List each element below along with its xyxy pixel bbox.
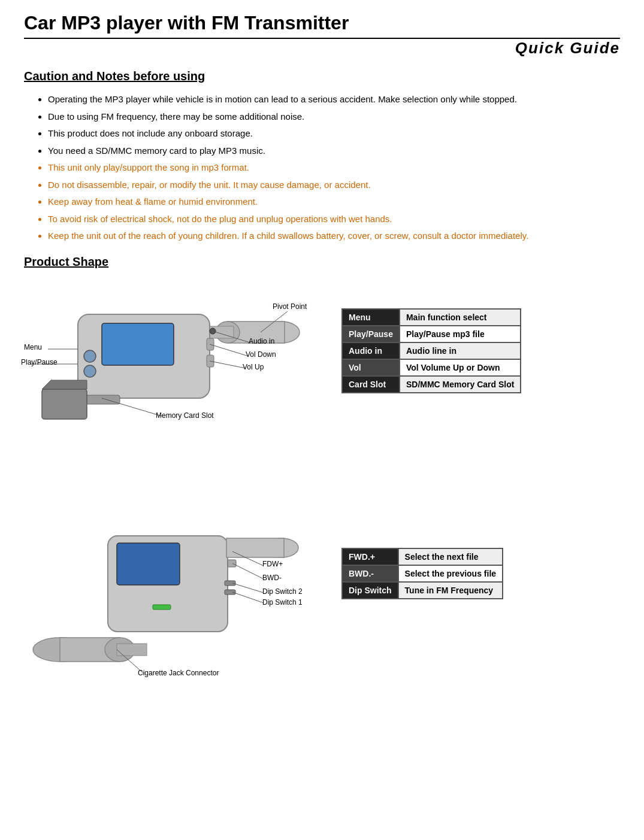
table-val: Main function select <box>400 309 521 326</box>
svg-line-37 <box>232 592 264 603</box>
svg-point-6 <box>84 350 96 362</box>
table-row: Card SlotSD/MMC Memory Card Slot <box>342 376 521 393</box>
table-key: Vol <box>342 359 400 376</box>
label-dip2: Dip Switch 2 <box>262 587 303 596</box>
caution-note: Operating the MP3 player while vehicle i… <box>48 93 620 107</box>
svg-rect-33 <box>226 538 284 557</box>
svg-line-19 <box>210 361 246 368</box>
label-fwd: FDW+ <box>262 560 283 568</box>
top-device-diagram: Menu Play/Pause Pivot Point Audio in Vol… <box>24 278 329 470</box>
table-val: Audio line in <box>400 342 521 359</box>
table-row: Play/PausePlay/Pause mp3 file <box>342 326 521 342</box>
table-key: FWD.+ <box>342 548 398 565</box>
label-voldown: Vol Down <box>246 350 276 359</box>
top-product-row: Menu Play/Pause Pivot Point Audio in Vol… <box>24 278 620 470</box>
svg-rect-31 <box>153 605 171 609</box>
label-playpause: Play/Pause <box>21 358 58 366</box>
caution-note: This unit only play/support the song in … <box>48 161 620 175</box>
table-row: Audio inAudio line in <box>342 342 521 359</box>
product-section: Menu Play/Pause Pivot Point Audio in Vol… <box>24 278 620 692</box>
table-val: Vol Volume Up or Down <box>400 359 521 376</box>
bottom-func-table: FWD.+Select the next fileBWD.-Select the… <box>341 548 503 599</box>
caution-note: Keep away from heat & flame or humid env… <box>48 195 620 209</box>
table-val: SD/MMC Memory Card Slot <box>400 376 521 393</box>
caution-list: Operating the MP3 player while vehicle i… <box>24 93 620 243</box>
caution-note: To avoid risk of electrical shock, not d… <box>48 213 620 226</box>
table-row: BWD.-Select the previous file <box>342 565 503 582</box>
svg-rect-28 <box>228 560 236 567</box>
svg-line-18 <box>210 344 249 356</box>
caution-heading: Caution and Notes before using <box>24 69 620 83</box>
bottom-product-row: FDW+ BWD- Dip Switch 2 Dip Switch 1 Ciga… <box>24 488 620 692</box>
page-title: Car MP3 player with FM Transmitter <box>24 12 620 39</box>
svg-marker-13 <box>42 380 87 389</box>
product-shape-heading: Product Shape <box>24 255 620 269</box>
caution-note: Due to using FM frequency, there may be … <box>48 110 620 124</box>
label-pivotpoint: Pivot Point <box>273 302 307 311</box>
caution-note: Keep the unit out of the reach of young … <box>48 229 620 243</box>
label-volup: Vol Up <box>243 363 264 371</box>
bottom-func-table-wrapper: FWD.+Select the next fileBWD.-Select the… <box>341 548 503 599</box>
svg-point-7 <box>84 365 96 377</box>
label-bwd: BWD- <box>262 574 282 582</box>
svg-line-20 <box>102 398 162 416</box>
svg-line-36 <box>232 583 264 593</box>
svg-rect-5 <box>102 323 174 365</box>
table-row: Dip SwitchTune in FM Frequency <box>342 582 503 599</box>
label-menu: Menu <box>24 343 42 351</box>
table-row: FWD.+Select the next file <box>342 548 503 565</box>
caution-note: This product does not include any onboar… <box>48 127 620 141</box>
table-val: Select the previous file <box>398 565 503 582</box>
table-key: Dip Switch <box>342 582 398 599</box>
table-val: Select the next file <box>398 548 503 565</box>
svg-rect-11 <box>84 395 120 404</box>
table-val: Tune in FM Frequency <box>398 582 503 599</box>
table-row: MenuMain function select <box>342 309 521 326</box>
table-key: Card Slot <box>342 376 400 393</box>
caution-note: You need a SD/MMC memory card to play MP… <box>48 144 620 158</box>
table-key: Audio in <box>342 342 400 359</box>
table-row: VolVol Volume Up or Down <box>342 359 521 376</box>
table-key: BWD.- <box>342 565 398 582</box>
label-memorycard: Memory Card Slot <box>156 411 214 420</box>
table-key: Play/Pause <box>342 326 400 342</box>
svg-rect-30 <box>225 590 235 595</box>
label-dip1: Dip Switch 1 <box>262 598 303 607</box>
subtitle: Quick Guide <box>24 39 620 57</box>
svg-rect-12 <box>42 389 87 419</box>
svg-rect-26 <box>117 543 180 585</box>
label-audioin: Audio in <box>249 337 274 345</box>
caution-note: Do not disassemble, repair, or modify th… <box>48 178 620 192</box>
bottom-device-diagram: FDW+ BWD- Dip Switch 2 Dip Switch 1 Ciga… <box>24 488 329 692</box>
top-func-table-wrapper: MenuMain function selectPlay/PausePlay/P… <box>341 308 521 393</box>
label-cig: Cigarette Jack Connector <box>138 669 219 677</box>
top-func-table: MenuMain function selectPlay/PausePlay/P… <box>341 308 521 393</box>
table-val: Play/Pause mp3 file <box>400 326 521 342</box>
table-key: Menu <box>342 309 400 326</box>
svg-line-35 <box>232 563 264 579</box>
svg-rect-29 <box>225 581 235 586</box>
